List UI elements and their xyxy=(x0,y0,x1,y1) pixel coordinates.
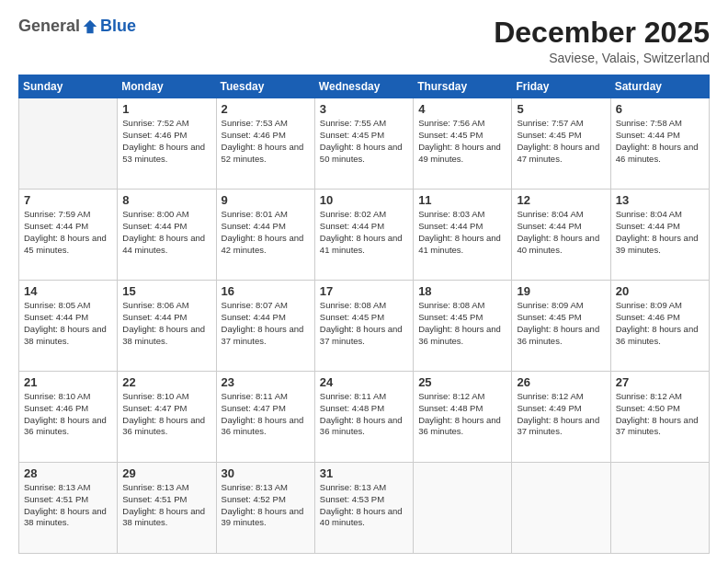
calendar-day-header: Tuesday xyxy=(216,75,314,98)
svg-marker-0 xyxy=(84,19,97,32)
cell-info: Sunrise: 7:59 AMSunset: 4:44 PMDaylight:… xyxy=(24,209,112,256)
calendar-cell: 19Sunrise: 8:09 AMSunset: 4:45 PMDayligh… xyxy=(512,281,610,372)
day-number: 23 xyxy=(222,375,310,389)
calendar-cell: 15Sunrise: 8:06 AMSunset: 4:44 PMDayligh… xyxy=(118,281,216,372)
calendar-cell: 8Sunrise: 8:00 AMSunset: 4:44 PMDaylight… xyxy=(118,190,216,281)
day-number: 29 xyxy=(122,466,210,480)
calendar-cell xyxy=(414,463,512,554)
calendar-table: SundayMondayTuesdayWednesdayThursdayFrid… xyxy=(18,75,710,554)
cell-info: Sunrise: 8:13 AMSunset: 4:52 PMDaylight:… xyxy=(222,482,310,529)
calendar-cell: 1Sunrise: 7:52 AMSunset: 4:46 PMDaylight… xyxy=(118,98,216,190)
calendar-cell: 12Sunrise: 8:04 AMSunset: 4:44 PMDayligh… xyxy=(512,190,610,281)
logo-general: General xyxy=(18,17,80,36)
cell-info: Sunrise: 8:04 AMSunset: 4:44 PMDaylight:… xyxy=(517,209,605,256)
day-number: 24 xyxy=(320,375,408,389)
day-number: 21 xyxy=(24,375,112,389)
day-number: 2 xyxy=(222,102,310,116)
calendar-cell: 20Sunrise: 8:09 AMSunset: 4:46 PMDayligh… xyxy=(610,281,709,372)
calendar-cell: 18Sunrise: 8:08 AMSunset: 4:45 PMDayligh… xyxy=(414,281,512,372)
calendar-cell: 31Sunrise: 8:13 AMSunset: 4:53 PMDayligh… xyxy=(314,463,413,554)
cell-info: Sunrise: 8:03 AMSunset: 4:44 PMDaylight:… xyxy=(418,209,506,256)
calendar-cell: 26Sunrise: 8:12 AMSunset: 4:49 PMDayligh… xyxy=(512,372,610,463)
cell-info: Sunrise: 8:04 AMSunset: 4:44 PMDaylight:… xyxy=(616,209,704,256)
day-number: 8 xyxy=(122,193,210,207)
day-number: 3 xyxy=(320,102,408,116)
calendar-cell: 28Sunrise: 8:13 AMSunset: 4:51 PMDayligh… xyxy=(19,463,118,554)
calendar-day-header: Friday xyxy=(512,75,610,98)
calendar-day-header: Wednesday xyxy=(314,75,413,98)
calendar-cell xyxy=(512,463,610,554)
cell-info: Sunrise: 8:12 AMSunset: 4:49 PMDaylight:… xyxy=(517,391,605,438)
cell-info: Sunrise: 8:08 AMSunset: 4:45 PMDaylight:… xyxy=(320,300,408,347)
calendar-cell: 14Sunrise: 8:05 AMSunset: 4:44 PMDayligh… xyxy=(19,281,118,372)
cell-info: Sunrise: 7:55 AMSunset: 4:45 PMDaylight:… xyxy=(320,118,408,165)
day-number: 30 xyxy=(222,466,310,480)
cell-info: Sunrise: 8:13 AMSunset: 4:51 PMDaylight:… xyxy=(24,482,112,529)
calendar-cell: 16Sunrise: 8:07 AMSunset: 4:44 PMDayligh… xyxy=(216,281,314,372)
calendar-cell: 25Sunrise: 8:12 AMSunset: 4:48 PMDayligh… xyxy=(414,372,512,463)
calendar-week-row: 1Sunrise: 7:52 AMSunset: 4:46 PMDaylight… xyxy=(19,98,710,190)
day-number: 16 xyxy=(222,284,310,298)
calendar-day-header: Monday xyxy=(118,75,216,98)
header-right: December 2025 Saviese, Valais, Switzerla… xyxy=(494,17,710,65)
cell-info: Sunrise: 8:02 AMSunset: 4:44 PMDaylight:… xyxy=(320,209,408,256)
day-number: 11 xyxy=(418,193,506,207)
cell-info: Sunrise: 8:06 AMSunset: 4:44 PMDaylight:… xyxy=(122,300,210,347)
calendar-cell: 11Sunrise: 8:03 AMSunset: 4:44 PMDayligh… xyxy=(414,190,512,281)
page: General Blue December 2025 Saviese, Vala… xyxy=(0,0,728,563)
day-number: 19 xyxy=(517,284,605,298)
calendar-cell: 30Sunrise: 8:13 AMSunset: 4:52 PMDayligh… xyxy=(216,463,314,554)
calendar-cell: 10Sunrise: 8:02 AMSunset: 4:44 PMDayligh… xyxy=(314,190,413,281)
logo-icon xyxy=(82,18,98,35)
cell-info: Sunrise: 8:00 AMSunset: 4:44 PMDaylight:… xyxy=(122,209,210,256)
logo: General Blue xyxy=(18,17,136,36)
calendar-week-row: 7Sunrise: 7:59 AMSunset: 4:44 PMDaylight… xyxy=(19,190,710,281)
calendar-cell: 7Sunrise: 7:59 AMSunset: 4:44 PMDaylight… xyxy=(19,190,118,281)
header: General Blue December 2025 Saviese, Vala… xyxy=(18,17,710,65)
cell-info: Sunrise: 8:08 AMSunset: 4:45 PMDaylight:… xyxy=(418,300,506,347)
logo-blue: Blue xyxy=(100,17,136,36)
month-title: December 2025 xyxy=(494,17,710,49)
calendar-cell xyxy=(610,463,709,554)
cell-info: Sunrise: 8:09 AMSunset: 4:46 PMDaylight:… xyxy=(616,300,704,347)
day-number: 20 xyxy=(616,284,704,298)
day-number: 9 xyxy=(222,193,310,207)
day-number: 25 xyxy=(418,375,506,389)
calendar-cell: 22Sunrise: 8:10 AMSunset: 4:47 PMDayligh… xyxy=(118,372,216,463)
calendar-header-row: SundayMondayTuesdayWednesdayThursdayFrid… xyxy=(19,75,710,98)
day-number: 5 xyxy=(517,102,605,116)
day-number: 12 xyxy=(517,193,605,207)
calendar-cell: 6Sunrise: 7:58 AMSunset: 4:44 PMDaylight… xyxy=(610,98,709,190)
cell-info: Sunrise: 8:13 AMSunset: 4:53 PMDaylight:… xyxy=(320,482,408,529)
cell-info: Sunrise: 8:10 AMSunset: 4:47 PMDaylight:… xyxy=(122,391,210,438)
cell-info: Sunrise: 8:12 AMSunset: 4:50 PMDaylight:… xyxy=(616,391,704,438)
cell-info: Sunrise: 8:13 AMSunset: 4:51 PMDaylight:… xyxy=(122,482,210,529)
calendar-week-row: 14Sunrise: 8:05 AMSunset: 4:44 PMDayligh… xyxy=(19,281,710,372)
calendar-cell xyxy=(19,98,118,190)
cell-info: Sunrise: 7:53 AMSunset: 4:46 PMDaylight:… xyxy=(222,118,310,165)
calendar-cell: 13Sunrise: 8:04 AMSunset: 4:44 PMDayligh… xyxy=(610,190,709,281)
day-number: 13 xyxy=(616,193,704,207)
calendar-cell: 2Sunrise: 7:53 AMSunset: 4:46 PMDaylight… xyxy=(216,98,314,190)
day-number: 31 xyxy=(320,466,408,480)
calendar-cell: 4Sunrise: 7:56 AMSunset: 4:45 PMDaylight… xyxy=(414,98,512,190)
day-number: 6 xyxy=(616,102,704,116)
day-number: 17 xyxy=(320,284,408,298)
cell-info: Sunrise: 7:56 AMSunset: 4:45 PMDaylight:… xyxy=(418,118,506,165)
cell-info: Sunrise: 7:52 AMSunset: 4:46 PMDaylight:… xyxy=(122,118,210,165)
calendar-day-header: Sunday xyxy=(19,75,118,98)
day-number: 14 xyxy=(24,284,112,298)
day-number: 22 xyxy=(122,375,210,389)
day-number: 28 xyxy=(24,466,112,480)
location: Saviese, Valais, Switzerland xyxy=(494,51,710,65)
day-number: 18 xyxy=(418,284,506,298)
calendar-week-row: 28Sunrise: 8:13 AMSunset: 4:51 PMDayligh… xyxy=(19,463,710,554)
calendar-cell: 17Sunrise: 8:08 AMSunset: 4:45 PMDayligh… xyxy=(314,281,413,372)
calendar-cell: 24Sunrise: 8:11 AMSunset: 4:48 PMDayligh… xyxy=(314,372,413,463)
day-number: 27 xyxy=(616,375,704,389)
day-number: 7 xyxy=(24,193,112,207)
cell-info: Sunrise: 8:01 AMSunset: 4:44 PMDaylight:… xyxy=(222,209,310,256)
cell-info: Sunrise: 8:11 AMSunset: 4:48 PMDaylight:… xyxy=(320,391,408,438)
day-number: 10 xyxy=(320,193,408,207)
cell-info: Sunrise: 8:10 AMSunset: 4:46 PMDaylight:… xyxy=(24,391,112,438)
